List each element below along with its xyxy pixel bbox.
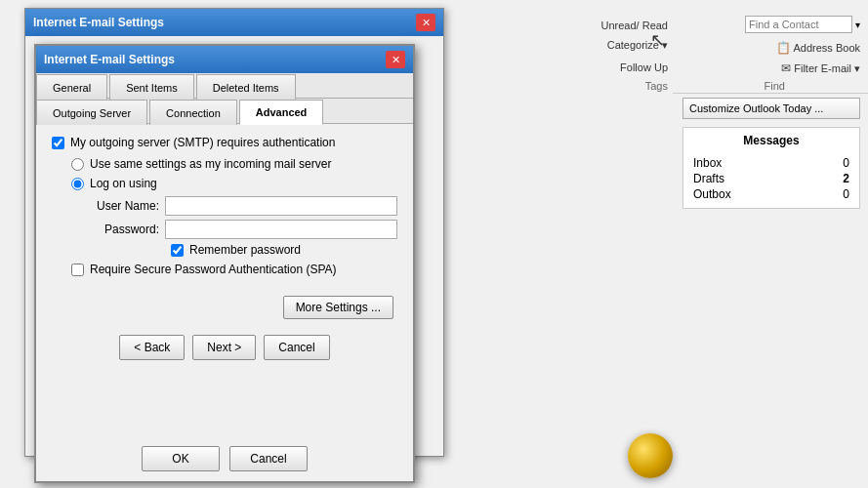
remember-row: Remember password	[171, 243, 397, 257]
tab-outgoing-server-label: Outgoing Server	[53, 107, 131, 119]
tab-sent-items[interactable]: Sent Items	[109, 74, 194, 100]
drafts-count: 2	[843, 172, 849, 185]
filter-email-icon: ✉	[781, 61, 791, 75]
inner-dialog-close-button[interactable]: ✕	[386, 51, 405, 68]
golden-orb	[628, 433, 673, 478]
password-label: Password:	[87, 223, 165, 236]
customize-outlook-today-button[interactable]: Customize Outlook Today ...	[682, 98, 860, 119]
follow-up-button[interactable]: Follow Up	[620, 61, 668, 73]
smtp-auth-checkbox[interactable]	[52, 137, 64, 149]
form-fields: User Name: Password: Remember password	[87, 196, 397, 257]
password-row: Password:	[87, 220, 397, 239]
back-button[interactable]: < Back	[119, 335, 185, 360]
find-contact-area: ▾	[745, 16, 860, 33]
inbox-row: Inbox 0	[689, 155, 853, 171]
use-same-label: Use same settings as my incoming mail se…	[90, 157, 331, 171]
ok-button[interactable]: OK	[142, 446, 220, 471]
more-settings-button[interactable]: More Settings ...	[283, 296, 393, 319]
cancel-button[interactable]: Cancel	[229, 446, 308, 471]
spa-checkbox[interactable]	[71, 264, 84, 276]
tags-section-label: Tags	[645, 80, 668, 92]
spa-label: Require Secure Password Authentication (…	[90, 263, 337, 276]
spa-row: Require Secure Password Authentication (…	[71, 263, 397, 276]
next-button[interactable]: Next >	[192, 335, 256, 360]
smtp-auth-row: My outgoing server (SMTP) requires authe…	[52, 136, 397, 149]
outbox-count: 0	[843, 187, 849, 201]
tab-general-label: General	[53, 82, 91, 94]
outer-dialog-close-button[interactable]: ✕	[416, 14, 435, 31]
use-same-radio[interactable]	[71, 158, 84, 171]
tab-deleted-items[interactable]: Deleted Items	[196, 74, 296, 100]
tabs-row1: General Sent Items Deleted Items	[36, 73, 413, 99]
inner-dialog: Internet E-mail Settings ✕ General Sent …	[34, 44, 415, 483]
nav-buttons: < Back Next > Cancel	[52, 335, 397, 360]
smtp-auth-label: My outgoing server (SMTP) requires authe…	[70, 136, 335, 149]
bottom-buttons: OK Cancel	[36, 446, 413, 471]
address-book-icon: 📋	[776, 41, 791, 55]
inbox-label: Inbox	[693, 156, 722, 170]
log-on-label: Log on using	[90, 177, 157, 190]
cancel-nav-button[interactable]: Cancel	[264, 335, 329, 360]
messages-section: Messages Inbox 0 Drafts 2 Outbox 0	[682, 127, 860, 209]
outer-dialog-titlebar: Internet E-mail Settings ✕	[25, 9, 443, 36]
inner-dialog-title: Internet E-mail Settings	[44, 53, 386, 66]
address-book-label: Address Book	[794, 42, 860, 54]
separator	[673, 93, 868, 94]
inbox-count: 0	[843, 156, 849, 170]
tab-advanced[interactable]: Advanced	[239, 100, 324, 125]
log-on-row: Log on using	[71, 177, 397, 190]
find-section-label: Find	[765, 80, 785, 92]
tab-sent-items-label: Sent Items	[126, 82, 178, 94]
tab-outgoing-server[interactable]: Outgoing Server	[36, 100, 147, 125]
more-settings-area: More Settings ...	[52, 296, 397, 319]
tab-general[interactable]: General	[36, 74, 107, 100]
filter-email-button[interactable]: ✉ Filter E-mail ▾	[781, 61, 860, 75]
cursor-icon: ↖	[650, 29, 665, 51]
use-same-row: Use same settings as my incoming mail se…	[71, 157, 397, 171]
tabs-row2: Outgoing Server Connection Advanced	[36, 99, 413, 124]
log-on-radio[interactable]	[71, 178, 84, 190]
tab-deleted-items-label: Deleted Items	[213, 82, 279, 94]
drafts-row: Drafts 2	[689, 171, 853, 186]
filter-email-label: Filter E-mail ▾	[794, 62, 860, 75]
tab-advanced-label: Advanced	[256, 106, 308, 118]
drafts-label: Drafts	[693, 172, 724, 185]
messages-title: Messages	[689, 134, 853, 151]
tab-connection-label: Connection	[166, 107, 221, 119]
inner-dialog-titlebar: Internet E-mail Settings ✕	[36, 46, 413, 73]
tab-connection[interactable]: Connection	[149, 100, 237, 125]
find-contact-dropdown-icon[interactable]: ▾	[855, 20, 860, 30]
password-input[interactable]	[165, 220, 397, 239]
outbox-label: Outbox	[693, 187, 731, 201]
outbox-row: Outbox 0	[689, 186, 853, 202]
dialog-content: My outgoing server (SMTP) requires authe…	[36, 124, 413, 372]
remember-checkbox[interactable]	[171, 244, 184, 257]
radio-group: Use same settings as my incoming mail se…	[71, 157, 397, 190]
username-row: User Name:	[87, 196, 397, 216]
username-label: User Name:	[87, 199, 165, 213]
address-book-button[interactable]: 📋 Address Book	[776, 41, 860, 55]
outer-dialog-title: Internet E-mail Settings	[33, 16, 416, 29]
username-input[interactable]	[165, 196, 397, 216]
remember-label: Remember password	[189, 243, 301, 257]
find-contact-input[interactable]	[745, 16, 852, 33]
